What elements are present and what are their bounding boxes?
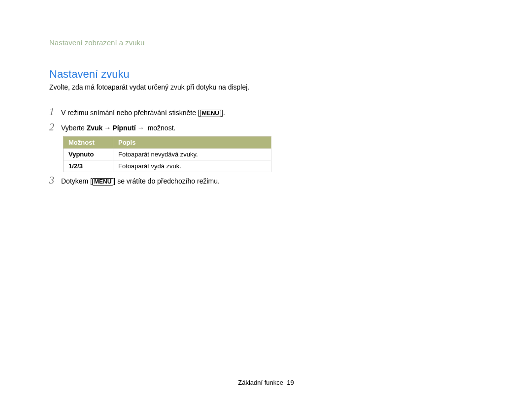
step-text: V režimu snímání nebo přehrávání stiskně… [61,109,225,117]
text-fragment: V režimu snímání nebo přehrávání stiskně… [61,109,200,117]
intro-text: Zvolte, zda má fotoaparát vydat určený z… [49,83,276,92]
description-cell: Fotoaparát vydá zvuk. [113,160,271,172]
step-text: Vyberte Zvuk→Pípnutí→ možnost. [61,124,175,132]
step-text: Dotykem [MENU] se vrátíte do předchozího… [61,177,220,185]
option-cell: Vypnuto [64,149,113,160]
page-heading: Nastavení zvuku [49,68,130,81]
table-header-row: Možnost Popis [64,137,271,149]
arrow-icon: → [104,124,111,132]
text-fragment: Dotykem [ [61,177,92,185]
text-fragment: Vyberte [61,124,87,132]
step-number: 1 [49,107,55,117]
step-number: 2 [49,122,55,132]
step-number: 3 [49,175,55,185]
step-2: 2 Vyberte Zvuk→Pípnutí→ možnost. [49,122,175,132]
option-cell: 1/2/3 [64,160,113,172]
menu-path-item: Pípnutí [112,124,135,132]
step-3: 3 Dotykem [MENU] se vrátíte do předchozí… [49,175,220,185]
text-fragment: možnost. [146,124,176,132]
description-cell: Fotoaparát nevydává zvuky. [113,149,271,160]
table-header-description: Popis [113,137,271,149]
menu-path-item: Zvuk [87,124,103,132]
text-fragment: ]. [221,109,225,117]
table-row: Vypnuto Fotoaparát nevydává zvuky. [64,149,271,160]
arrow-icon: → [137,124,144,132]
footer-page-number: 19 [287,379,294,386]
table-header-option: Možnost [64,137,113,149]
options-table: Možnost Popis Vypnuto Fotoaparát nevydáv… [63,136,271,172]
menu-button-label: MENU [200,110,221,117]
step-1: 1 V režimu snímání nebo přehrávání stisk… [49,107,225,117]
menu-button-label: MENU [92,178,113,185]
table-row: 1/2/3 Fotoaparát vydá zvuk. [64,160,271,172]
document-page: Nastavení zobrazení a zvuku Nastavení zv… [0,0,532,401]
section-breadcrumb: Nastavení zobrazení a zvuku [49,38,144,47]
footer-chapter: Základní funkce [238,379,283,386]
text-fragment: ] se vrátíte do předchozího režimu. [113,177,220,185]
page-footer: Základní funkce 19 [0,379,532,386]
